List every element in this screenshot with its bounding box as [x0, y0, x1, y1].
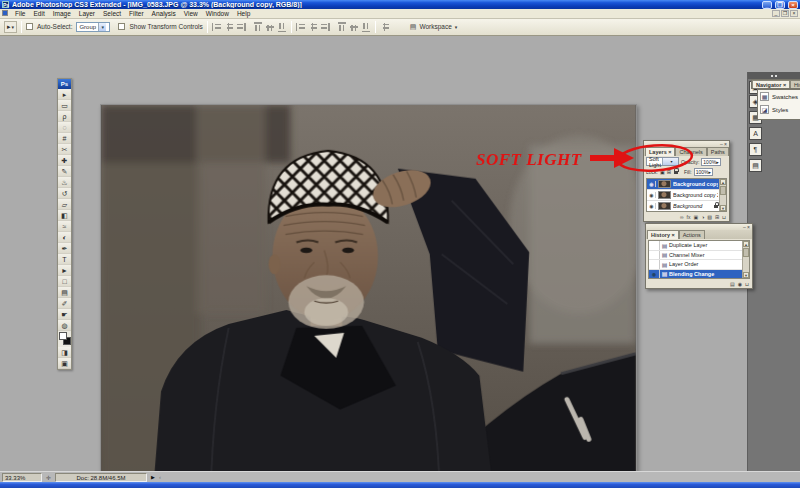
layers-scrollbar[interactable]: ▲ ▼ [719, 179, 726, 211]
layer-thumbnail[interactable] [658, 191, 671, 199]
workspace-menu[interactable]: ▤ Workspace ▾ [410, 23, 458, 31]
character-panel-icon[interactable]: A [749, 127, 762, 140]
menu-layer[interactable]: Layer [75, 9, 99, 18]
menu-file[interactable]: File [11, 9, 29, 18]
slice-tool-icon[interactable]: ✂ [58, 144, 71, 155]
doc-close-button[interactable]: × [790, 10, 798, 17]
auto-select-scope-select[interactable]: Group ▾ [76, 22, 110, 32]
menu-analysis[interactable]: Analysis [148, 9, 180, 18]
history-source-well[interactable] [649, 251, 660, 260]
status-flyout-icon[interactable]: ▶ [151, 474, 155, 480]
lock-all-icon[interactable] [674, 171, 678, 174]
doc-restore-button[interactable]: ❐ [781, 10, 789, 17]
menu-window[interactable]: Window [202, 9, 233, 18]
tab-paths[interactable]: Paths [707, 147, 729, 156]
marquee-tool-icon[interactable]: ▭ [58, 100, 71, 111]
menu-filter[interactable]: Filter [125, 9, 147, 18]
lasso-tool-icon[interactable]: ρ [58, 111, 71, 122]
document-canvas[interactable] [100, 104, 637, 488]
blur-tool-icon[interactable]: ≈ [58, 221, 71, 232]
eyedropper-tool-icon[interactable]: ✐ [58, 298, 71, 309]
tab-history[interactable]: History × [647, 230, 679, 239]
delete-state-icon[interactable]: ⊔ [745, 281, 749, 287]
new-layer-icon[interactable]: ⊞ [715, 214, 719, 220]
align-right-edges-icon[interactable] [236, 23, 246, 31]
history-step-blending-change[interactable]: ◉ ▤ Blending Change [649, 270, 742, 280]
menu-image[interactable]: Image [49, 9, 75, 18]
layer-comps-panel-icon[interactable]: ▤ [749, 159, 762, 172]
history-step-channel-mixer[interactable]: ▤ Channel Mixer [649, 251, 742, 261]
tab-channels[interactable]: Channels [675, 147, 706, 156]
tab-navigator[interactable]: Navigator × [752, 80, 790, 88]
menu-select[interactable]: Select [99, 9, 125, 18]
auto-select-checkbox[interactable] [26, 23, 33, 30]
align-vertical-centers-icon[interactable] [266, 22, 274, 32]
crop-tool-icon[interactable]: # [58, 133, 71, 144]
swatches-panel-button[interactable]: ▦ Swatches [758, 90, 800, 103]
align-bottom-edges-icon[interactable] [278, 22, 286, 32]
history-brush-tool-icon[interactable]: ↺ [58, 188, 71, 199]
history-step-layer-order[interactable]: ▤ Layer Order [649, 260, 742, 270]
brush-tool-icon[interactable]: ✎ [58, 166, 71, 177]
history-source-well[interactable] [649, 260, 660, 269]
dock-collapse-handle[interactable] [748, 72, 800, 79]
gradient-tool-icon[interactable]: ◧ [58, 210, 71, 221]
minimize-button[interactable]: _ [762, 1, 772, 9]
doc-minimize-button[interactable]: _ [772, 10, 780, 17]
styles-panel-button[interactable]: ◪ Styles [758, 103, 800, 116]
dodge-tool-icon[interactable]: ◐ [58, 232, 71, 243]
history-source-well[interactable]: ◉ [649, 270, 660, 279]
layer-row-background-copy-2[interactable]: ◉ Background copy 2 [647, 190, 719, 201]
menu-edit[interactable]: Edit [29, 9, 48, 18]
healing-brush-tool-icon[interactable]: ✚ [58, 155, 71, 166]
opacity-field[interactable]: 100% ▸ [701, 158, 720, 166]
menu-help[interactable]: Help [233, 9, 254, 18]
scroll-down-icon[interactable]: ▼ [743, 272, 749, 278]
lock-position-icon[interactable]: ⊞ [667, 169, 671, 175]
scroll-down-icon[interactable]: ▼ [720, 205, 726, 211]
delete-layer-icon[interactable]: ⊔ [722, 214, 726, 220]
notes-tool-icon[interactable]: ▤ [58, 287, 71, 298]
distribute-vertical-centers-icon[interactable] [350, 22, 358, 32]
link-layers-icon[interactable]: ∞ [680, 214, 684, 220]
quick-mask-icon[interactable]: ◨ [58, 347, 71, 358]
clone-stamp-tool-icon[interactable]: ♨ [58, 177, 71, 188]
layer-row-background[interactable]: ◉ Background [647, 201, 719, 212]
layer-style-fx-icon[interactable]: fx [687, 214, 691, 220]
shape-tool-icon[interactable]: □ [58, 276, 71, 287]
align-left-edges-icon[interactable] [212, 23, 222, 31]
foreground-color-swatch[interactable] [59, 332, 67, 340]
distribute-right-edges-icon[interactable] [320, 23, 330, 31]
paragraph-panel-icon[interactable]: ¶ [749, 143, 762, 156]
tab-actions[interactable]: Actions [679, 230, 705, 239]
restore-button[interactable]: ❐ [775, 1, 785, 9]
layer-group-icon[interactable]: ▧ [707, 214, 712, 220]
blend-mode-select[interactable]: Soft Light ▾ [646, 157, 679, 166]
zoom-level-field[interactable]: 33.33% [2, 473, 42, 482]
menu-view[interactable]: View [180, 9, 202, 18]
scroll-up-icon[interactable]: ▲ [743, 241, 749, 247]
layer-visibility-eye-icon[interactable]: ◉ [648, 203, 656, 209]
history-scrollbar[interactable]: ▲ ▼ [742, 241, 749, 278]
layer-thumbnail[interactable] [658, 180, 671, 188]
new-snapshot-icon[interactable]: ◉ [738, 281, 742, 287]
quick-selection-tool-icon[interactable]: ◌ [58, 122, 71, 133]
auto-align-layers-icon[interactable] [380, 23, 390, 31]
history-step-duplicate-layer[interactable]: ▤ Duplicate Layer [649, 241, 742, 251]
path-selection-tool-icon[interactable]: ► [58, 265, 71, 276]
new-document-from-state-icon[interactable]: ▤ [730, 281, 735, 287]
scroll-up-icon[interactable]: ▲ [720, 179, 726, 185]
fill-field[interactable]: 100% ▸ [694, 168, 713, 176]
scroll-left-icon[interactable]: ‹ [159, 474, 161, 480]
lock-transparency-icon[interactable]: ▣ [660, 169, 665, 175]
pen-tool-icon[interactable]: ✒ [58, 243, 71, 254]
zoom-tool-icon[interactable]: ◍ [58, 320, 71, 331]
screen-mode-icon[interactable]: ▣ [58, 358, 71, 369]
distribute-bottom-edges-icon[interactable] [362, 22, 370, 32]
align-top-edges-icon[interactable] [254, 22, 262, 32]
distribute-left-edges-icon[interactable] [296, 23, 306, 31]
eraser-tool-icon[interactable]: ▱ [58, 199, 71, 210]
adjustment-layer-icon[interactable]: ◑ [701, 214, 704, 220]
distribute-top-edges-icon[interactable] [338, 22, 346, 32]
tab-histogram[interactable]: Histogram [790, 80, 800, 88]
